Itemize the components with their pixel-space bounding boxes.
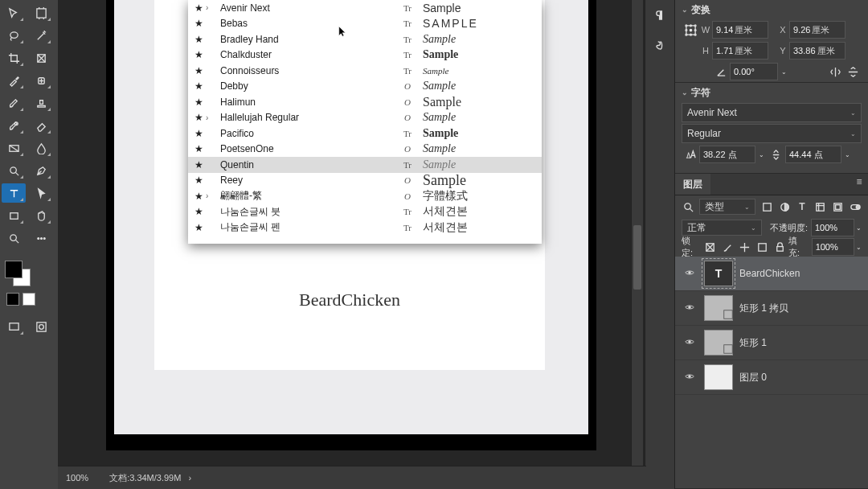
font-option[interactable]: ★›Hallelujah RegularOSample [188,110,542,126]
font-option[interactable]: ★PoetsenOneOSample [188,142,542,158]
favorite-star-icon[interactable]: ★ [194,191,206,202]
font-option[interactable]: ★›Avenir NextTrSample [188,0,542,16]
filter-adjust-icon[interactable] [778,199,791,215]
artboard-tool[interactable] [29,3,53,23]
filter-search-icon[interactable] [682,199,694,215]
layer-row[interactable]: TBeardChicken [675,257,868,291]
filter-shape-icon[interactable] [813,199,826,215]
font-option[interactable]: ★ConnoisseursTrSample [188,63,542,79]
filter-pixel-icon[interactable] [760,199,773,215]
font-option[interactable]: ★›翩翩體-繁O字體樣式 [188,188,542,204]
swap-colors[interactable] [23,293,35,306]
flip-horizontal-icon[interactable] [826,64,844,80]
hand-tool[interactable] [29,206,53,225]
chevron-down-icon[interactable]: ⌄ [682,88,688,97]
font-option[interactable]: ★나눔손글씨 붓Tr서체견본 [188,204,542,220]
leading-input[interactable]: 44.44 点 [785,146,841,163]
lock-artboard-icon[interactable] [754,239,772,255]
favorite-star-icon[interactable]: ★ [194,97,206,108]
path-select-tool[interactable] [29,183,53,203]
font-option[interactable]: ★QuentinTrSample [188,157,542,173]
magic-wand-tool[interactable] [29,26,53,45]
filter-kind-select[interactable]: 类型⌄ [699,199,755,215]
move-tool[interactable] [2,3,26,23]
font-option[interactable]: ★Bradley HandTrSample [188,31,542,47]
favorite-star-icon[interactable]: ★ [194,222,206,233]
stamp-tool[interactable] [29,93,53,113]
font-option[interactable]: ★나눔손글씨 펜Tr서체견본 [188,220,542,236]
gradient-tool[interactable] [2,138,26,158]
filter-toggle-icon[interactable] [849,199,862,215]
filter-type-icon[interactable]: T [796,199,809,215]
blend-mode-select[interactable]: 正常⌄ [682,220,762,236]
y-input[interactable]: 33.86厘米 [789,42,845,60]
width-input[interactable]: 9.14厘米 [712,21,768,39]
favorite-star-icon[interactable]: ★ [194,206,206,217]
layer-row[interactable]: 矩形 1 拷贝 [675,291,868,326]
color-swatch[interactable] [5,261,31,286]
font-size-input[interactable]: 38.22 点 [699,146,755,163]
edit-toolbar[interactable] [29,228,53,248]
panel-menu-icon[interactable]: ≡ [850,174,868,190]
rectangle-tool[interactable] [2,206,26,225]
favorite-star-icon[interactable]: ★ [194,49,206,60]
chevron-down-icon[interactable]: ⌄ [682,6,688,14]
font-option[interactable]: ★ChalkdusterTrSample [188,47,542,64]
brush-tool[interactable] [2,93,26,113]
frame-tool[interactable] [29,48,53,68]
favorite-star-icon[interactable]: ★ [194,175,206,186]
eraser-tool[interactable] [29,116,53,135]
blur-tool[interactable] [29,138,53,158]
zoom-level[interactable]: 100% [66,473,88,483]
paragraph-panel-icon[interactable] [651,6,669,23]
healing-tool[interactable] [29,71,53,90]
zoom-tool[interactable] [2,228,26,248]
visibility-toggle-icon[interactable] [682,267,698,281]
glyphs-panel-icon[interactable] [651,37,669,53]
lock-all-icon[interactable] [771,239,788,255]
text-layer-caption[interactable]: BeardChicken [154,290,545,310]
x-input[interactable]: 9.26厘米 [789,21,845,39]
font-option[interactable]: ★DebbyOSample [188,79,542,95]
visibility-toggle-icon[interactable] [682,336,698,350]
layer-row[interactable]: 图层 0 [675,360,868,395]
font-option[interactable]: ★ReeyOSample [188,173,542,189]
favorite-star-icon[interactable]: ★ [194,128,206,139]
font-option[interactable]: ★PacificoTrSample [188,125,542,142]
font-option[interactable]: ★HalimunOSample [188,94,542,110]
lock-transparent-icon[interactable] [702,239,719,255]
font-option[interactable]: ★BebasTrSAMPLE [188,16,542,32]
favorite-star-icon[interactable]: ★ [194,18,206,29]
lasso-tool[interactable] [2,26,26,45]
favorite-star-icon[interactable]: ★ [194,80,206,92]
favorite-star-icon[interactable]: ★ [194,2,206,14]
default-colors[interactable] [6,293,19,306]
favorite-star-icon[interactable]: ★ [194,34,206,45]
visibility-toggle-icon[interactable] [682,302,698,315]
eyedropper-tool[interactable] [2,71,26,90]
favorite-star-icon[interactable]: ★ [194,143,206,154]
vertical-scrollbar[interactable] [631,0,643,468]
type-tool[interactable] [2,183,26,203]
layer-row[interactable]: 矩形 1 [675,326,868,360]
font-family-dropdown[interactable]: ★›Avenir NextTrSample★BebasTrSAMPLE★Brad… [188,0,542,244]
favorite-star-icon[interactable]: ★ [194,112,206,123]
flip-vertical-icon[interactable] [844,64,862,80]
font-family-select[interactable]: Avenir Next⌄ [682,103,862,122]
layers-tab[interactable]: 图层 [675,174,710,195]
fill-input[interactable]: 100% [812,238,854,256]
lock-image-icon[interactable] [719,239,736,255]
quick-mask[interactable] [29,317,53,336]
rotation-input[interactable]: 0.00° [730,63,778,80]
layer-name[interactable]: 矩形 1 拷贝 [739,302,862,315]
screen-mode[interactable] [2,317,26,336]
visibility-toggle-icon[interactable] [682,371,698,384]
lock-position-icon[interactable] [736,239,754,255]
height-input[interactable]: 1.71厘米 [712,42,768,60]
layer-name[interactable]: BeardChicken [739,268,862,279]
favorite-star-icon[interactable]: ★ [194,65,206,76]
opacity-input[interactable]: 100% [811,219,854,236]
layer-name[interactable]: 图层 0 [739,371,862,384]
filter-smart-icon[interactable] [831,199,844,215]
dodge-tool[interactable] [2,161,26,180]
